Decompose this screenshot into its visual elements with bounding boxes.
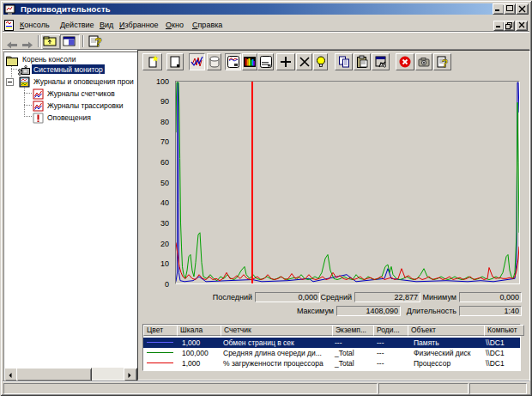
svg-text:?: ?: [95, 35, 103, 49]
svg-text:?: ?: [442, 58, 448, 70]
